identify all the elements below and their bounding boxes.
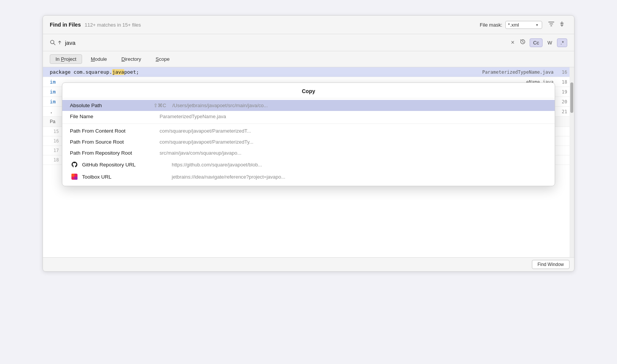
menu-item-label: Toolbox URL xyxy=(82,174,166,180)
menu-item-label: GitHub Repository URL xyxy=(82,162,166,168)
menu-item-file-name[interactable]: File Name ParameterizedTypeName.java xyxy=(62,111,555,122)
file-mask-input[interactable] xyxy=(508,22,535,28)
context-menu: Copy Absolute Path ⇧⌘C /Users/jetbrains/… xyxy=(62,82,555,186)
table-row[interactable]: package com.squareup.javapoet; Parameter… xyxy=(43,67,574,77)
result-code: im xyxy=(50,99,56,104)
left-line-number: 18 xyxy=(50,157,59,163)
result-code: im xyxy=(50,89,56,95)
find-window-button[interactable]: Find Window xyxy=(532,260,570,269)
search-match-highlight: java xyxy=(112,69,124,75)
result-filename: ParameterizedTypeName.java xyxy=(475,70,554,75)
menu-item-value: ParameterizedTypeName.java xyxy=(160,114,226,119)
menu-item-shortcut: ⇧⌘C xyxy=(153,103,166,108)
left-line-number: 17 xyxy=(50,148,59,153)
result-line-number: 20 xyxy=(557,99,567,104)
scrollbar-track[interactable] xyxy=(570,67,574,257)
svg-line-1 xyxy=(54,43,55,45)
tab-scope[interactable]: Scope xyxy=(150,54,176,64)
menu-item-value: jetbrains://idea/navigate/reference?proj… xyxy=(172,174,285,180)
file-mask-label: File mask: xyxy=(480,22,502,28)
bottom-bar: Find Window xyxy=(43,257,574,271)
pin-icon[interactable] xyxy=(557,19,567,30)
matches-count: 112+ matches in 15+ files xyxy=(85,22,480,28)
menu-item-value: /Users/jetbrains/javapoet/src/main/java/… xyxy=(172,103,267,108)
filter-icon[interactable] xyxy=(546,19,557,30)
result-code: package com.squareup.javapoet; xyxy=(50,69,475,75)
menu-item-label: Path From Source Root xyxy=(70,139,153,145)
menu-item-value: com/squareup/javapoet/ParameterizedTy... xyxy=(160,139,253,145)
tab-directory[interactable]: Directory xyxy=(116,54,147,64)
clear-search-button[interactable]: × xyxy=(509,38,516,47)
svg-rect-4 xyxy=(71,174,74,177)
whole-word-button[interactable]: W xyxy=(544,38,555,47)
search-icon-area xyxy=(50,40,62,46)
menu-item-absolute-path[interactable]: Absolute Path ⇧⌘C /Users/jetbrains/javap… xyxy=(62,100,555,111)
menu-divider xyxy=(62,123,555,124)
tab-module[interactable]: Module xyxy=(85,54,113,64)
menu-item-label: Path From Content Root xyxy=(70,128,153,134)
svg-rect-5 xyxy=(74,177,78,180)
menu-item-label: Absolute Path xyxy=(70,103,153,108)
left-line-number: 15 xyxy=(50,129,59,134)
menu-item-value: https://github.com/square/javapoet/blob.… xyxy=(172,162,262,168)
result-line-number: 18 xyxy=(557,79,567,85)
menu-item-label: Path From Repository Root xyxy=(70,150,153,156)
file-mask-dropdown-arrow[interactable]: ▾ xyxy=(535,22,539,28)
scope-tabs: In Project Module Directory Scope xyxy=(43,51,574,67)
scrollbar-thumb[interactable] xyxy=(570,82,573,113)
section-label: Pa xyxy=(50,119,55,124)
menu-item-label: File Name xyxy=(70,114,153,119)
github-icon xyxy=(70,161,79,168)
result-line-number: 21 xyxy=(557,109,567,114)
result-line-number: 19 xyxy=(557,89,567,95)
menu-item-value: com/squareup/javapoet/ParameterizedT... xyxy=(160,128,251,134)
result-code: im xyxy=(50,79,56,85)
find-in-files-panel: Find in Files 112+ matches in 15+ files … xyxy=(43,15,574,272)
file-mask-input-wrapper: ▾ xyxy=(505,21,542,29)
header-bar: Find in Files 112+ matches in 15+ files … xyxy=(43,16,574,34)
context-menu-title: Copy xyxy=(62,86,555,98)
result-line-number: 16 xyxy=(557,70,567,75)
search-controls: × Cc W .* xyxy=(509,37,567,48)
menu-item-value: src/main/java/com/squareup/javapo... xyxy=(160,150,241,156)
tab-in-project[interactable]: In Project xyxy=(50,54,82,64)
menu-item-path-source-root[interactable]: Path From Source Root com/squareup/javap… xyxy=(62,136,555,147)
menu-item-toolbox-url[interactable]: Toolbox URL jetbrains://idea/navigate/re… xyxy=(62,171,555,183)
menu-item-github-url[interactable]: GitHub Repository URL https://github.com… xyxy=(62,158,555,171)
search-history-button[interactable] xyxy=(517,37,528,48)
panel-title: Find in Files xyxy=(50,22,81,28)
toolbox-icon xyxy=(70,173,79,180)
menu-item-path-repo-root[interactable]: Path From Repository Root src/main/java/… xyxy=(62,147,555,158)
search-options-icon[interactable] xyxy=(57,40,62,45)
regex-button[interactable]: .* xyxy=(557,38,567,47)
results-area: package com.squareup.javapoet; Parameter… xyxy=(43,67,574,257)
search-icon xyxy=(50,40,56,46)
menu-item-path-content-root[interactable]: Path From Content Root com/squareup/java… xyxy=(62,125,555,136)
case-sensitive-button[interactable]: Cc xyxy=(530,38,543,47)
result-code: . xyxy=(50,109,53,114)
search-input[interactable] xyxy=(65,40,506,46)
search-bar: × Cc W .* xyxy=(43,34,574,51)
left-line-number: 16 xyxy=(50,138,59,144)
